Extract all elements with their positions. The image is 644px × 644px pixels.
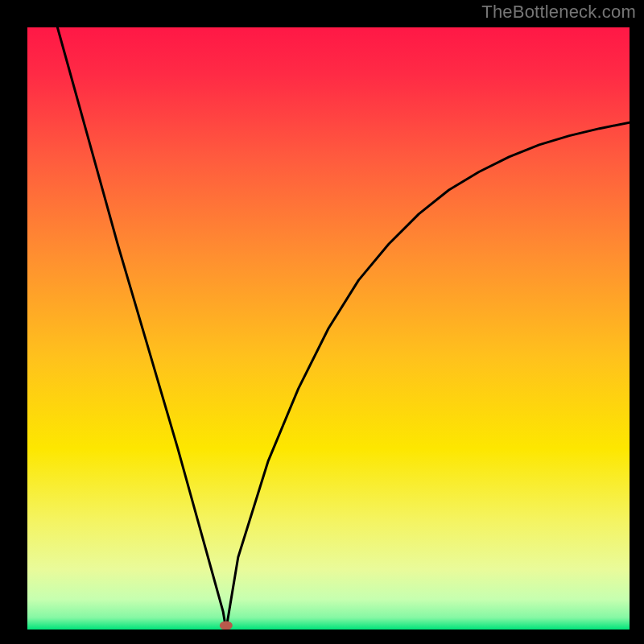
- plot-area: [27, 27, 630, 630]
- watermark-text: TheBottleneck.com: [481, 2, 636, 23]
- marker-dot: [220, 621, 233, 630]
- chart-container: TheBottleneck.com: [0, 0, 644, 644]
- chart-svg: [27, 27, 630, 630]
